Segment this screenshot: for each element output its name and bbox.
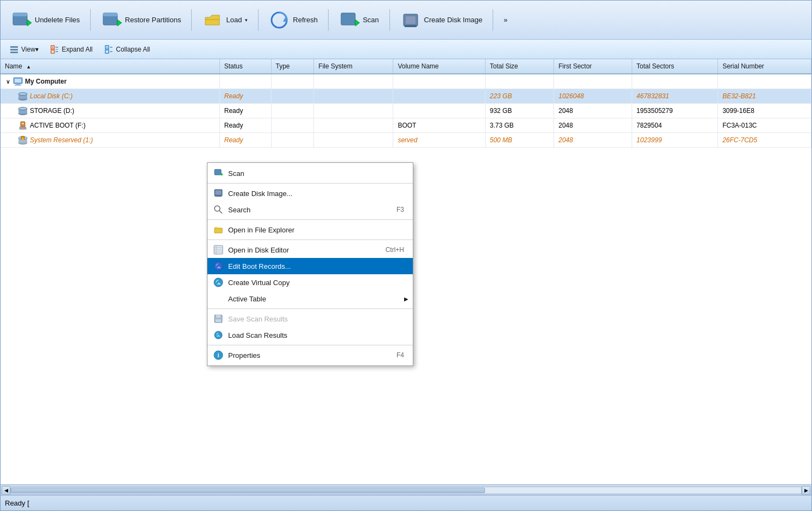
sort-arrow: ▲ [26, 64, 31, 70]
refresh-button[interactable]: Refresh [263, 7, 324, 33]
status-text: Ready [ [5, 499, 29, 507]
system-reserved-label: System Reserved (1:) [30, 136, 93, 144]
expand-icon[interactable]: ∨ [6, 79, 10, 85]
row-volumename [393, 104, 485, 118]
create-disk-image-button[interactable]: Create Disk Image [394, 7, 489, 33]
row-firstsector: 2048 [554, 133, 632, 148]
horizontal-scrollbar[interactable] [10, 487, 802, 494]
ctx-open-disk-editor[interactable]: Open in Disk Editor Ctrl+H [207, 242, 413, 258]
scan-label: Scan [363, 16, 379, 24]
col-filesystem[interactable]: File System [314, 59, 393, 74]
svg-rect-17 [51, 50, 54, 53]
restore-partitions-label: Restore Partitions [125, 16, 181, 24]
load-dropdown-icon[interactable]: ▾ [245, 17, 248, 23]
svg-rect-4 [103, 13, 117, 16]
app-window: Undelete Files Restore Partitions [0, 0, 812, 511]
table-row[interactable]: STORAGE (D:) Ready 932 GB 2048 195350527… [1, 104, 811, 118]
expand-all-icon [51, 45, 59, 54]
more-label: » [503, 16, 507, 24]
svg-rect-1 [13, 13, 27, 16]
svg-rect-39 [20, 127, 26, 129]
expand-all-button[interactable]: Expand All [46, 43, 98, 55]
view-button[interactable]: View▾ [5, 43, 43, 55]
col-totalsectors[interactable]: Total Sectors [632, 59, 717, 74]
row-totalsectors: 1953505279 [632, 104, 717, 118]
col-name[interactable]: Name ▲ [1, 59, 219, 74]
ctx-sep-2 [207, 219, 413, 220]
restore-partitions-button[interactable]: Restore Partitions [95, 7, 187, 33]
svg-rect-45 [22, 137, 24, 140]
view-icon [10, 45, 18, 54]
restore-partitions-icon [101, 10, 122, 30]
scrollbar-area: ◀ ▶ [1, 484, 811, 495]
ctx-boot-icon [213, 261, 224, 272]
ctx-edit-boot-records[interactable]: Edit Boot Records... [207, 258, 413, 274]
table-row[interactable]: ACTIVE BOOT (F:) Ready BOOT 3.73 GB 2048… [1, 118, 811, 133]
ctx-create-disk-image[interactable]: Create Disk Image... [207, 185, 413, 201]
col-totalsize[interactable]: Total Size [485, 59, 554, 74]
svg-rect-11 [406, 16, 416, 24]
svg-marker-47 [221, 173, 223, 176]
svg-rect-24 [105, 50, 109, 53]
col-status[interactable]: Status [219, 59, 271, 74]
col-serial[interactable]: Serial Number [718, 59, 811, 74]
disk-icon [18, 106, 28, 115]
svg-rect-49 [216, 191, 221, 194]
svg-point-37 [18, 108, 27, 110]
table-row[interactable]: System Reserved (1:) Ready served 500 MB… [1, 133, 811, 148]
table-row[interactable]: Local Disk (C:) Ready 223 GB 1026048 467… [1, 89, 811, 104]
svg-rect-31 [15, 85, 21, 86]
ctx-sep-5 [207, 345, 413, 345]
scrollbar-thumb[interactable] [11, 488, 485, 493]
ctx-open-file-explorer[interactable]: Open in File Explorer [207, 222, 413, 238]
load-label: Load [226, 16, 242, 24]
row-totalsectors [632, 74, 717, 89]
create-disk-image-icon [400, 10, 421, 30]
ctx-table-icon [213, 293, 224, 304]
table-row[interactable]: ∨ My Computer [1, 74, 811, 89]
row-volumename: served [393, 133, 485, 148]
scroll-right-button[interactable]: ▶ [802, 486, 810, 495]
col-firstsector[interactable]: First Sector [554, 59, 632, 74]
ctx-search-icon [213, 204, 224, 215]
divider-6 [493, 9, 493, 31]
svg-rect-12 [405, 25, 417, 27]
svg-marker-5 [117, 20, 122, 26]
divider-1 [90, 9, 91, 31]
svg-point-51 [215, 206, 220, 211]
ctx-properties[interactable]: i Properties F4 [207, 347, 413, 363]
row-serial: 26FC-7CD5 [718, 133, 811, 148]
svg-text:i: i [217, 352, 219, 358]
row-status: Ready [219, 133, 271, 148]
row-serial: 3099-16E8 [718, 104, 811, 118]
collapse-all-button[interactable]: Collapse All [100, 43, 155, 55]
col-volumename[interactable]: Volume Name [393, 59, 485, 74]
ctx-sep-1 [207, 183, 413, 184]
scroll-left-button[interactable]: ◀ [2, 486, 10, 495]
row-status: Ready [219, 89, 271, 104]
load-button[interactable]: Load ▾ [196, 7, 254, 33]
ctx-create-virtual-copy[interactable]: Create Virtual Copy [207, 274, 413, 291]
undelete-files-button[interactable]: Undelete Files [5, 7, 86, 33]
svg-line-52 [219, 211, 222, 213]
ctx-disk-editor-shortcut: Ctrl+H [386, 246, 404, 254]
row-name: System Reserved (1:) [1, 133, 219, 148]
row-totalsize [485, 74, 554, 89]
undelete-files-icon [11, 10, 32, 30]
ctx-search[interactable]: Search F3 [207, 201, 413, 218]
scan-button[interactable]: Scan [333, 7, 385, 33]
row-name: Local Disk (C:) [1, 89, 219, 104]
svg-rect-29 [15, 79, 21, 83]
ctx-load-scan-results[interactable]: Load Scan Results [207, 327, 413, 343]
ctx-virtual-icon [213, 277, 224, 288]
ctx-active-table[interactable]: Active Table ▶ [207, 291, 413, 307]
more-button[interactable]: » [498, 13, 513, 27]
usb-icon [18, 121, 28, 130]
row-type [271, 74, 314, 89]
divider-4 [328, 9, 329, 31]
svg-marker-9 [355, 20, 360, 26]
disk-icon [18, 92, 28, 100]
col-type[interactable]: Type [271, 59, 314, 74]
row-status [219, 74, 271, 89]
ctx-scan[interactable]: Scan [207, 165, 413, 181]
